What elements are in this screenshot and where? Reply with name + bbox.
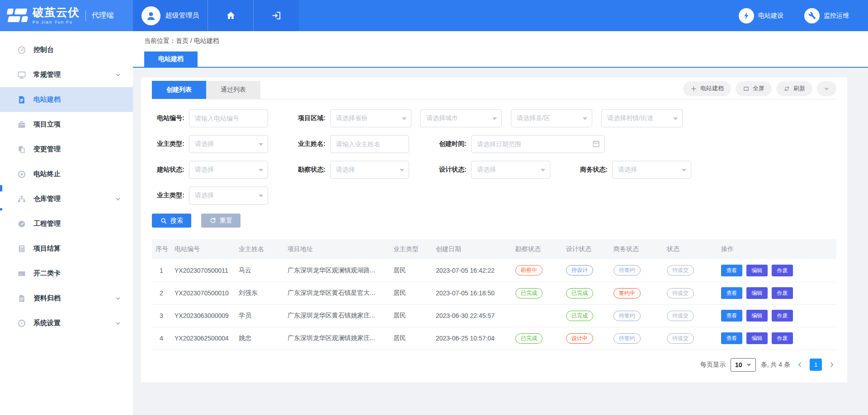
owner-type2-select[interactable]: 请选择 — [189, 187, 268, 205]
sidebar-item-system-settings[interactable]: 系统设置 — [0, 311, 133, 336]
dropdown-arrow-icon — [400, 169, 404, 172]
void-button[interactable]: 作废 — [772, 287, 793, 299]
refresh-button[interactable]: 刷新 — [776, 81, 812, 96]
owner_type-cell: 居民 — [390, 304, 432, 327]
sidebar-scrollbar[interactable] — [0, 185, 2, 191]
button-label: 重置 — [220, 217, 232, 225]
search-button[interactable]: 搜索 — [152, 214, 191, 228]
status-cell: 设计中 — [562, 327, 610, 350]
seq-cell: 4 — [152, 327, 171, 350]
logout-icon — [271, 10, 282, 21]
station-archive-panel: 创建列表 通过列表 电站建档 全屏 — [141, 77, 847, 382]
city-select[interactable]: 请选择城市 — [420, 109, 502, 127]
sidebar-item-label: 工程管理 — [33, 219, 61, 228]
void-button[interactable]: 作废 — [772, 265, 793, 276]
sidebar-item-console[interactable]: 控制台 — [0, 37, 133, 62]
field-label: 业主类型: — [152, 140, 184, 148]
status-badge: 待提交 — [667, 288, 694, 298]
create-time-input[interactable] — [471, 135, 604, 153]
district-select[interactable]: 请选择县/区 — [511, 109, 592, 127]
sidebar-scrollbar[interactable] — [0, 208, 2, 210]
view-button[interactable]: 查看 — [721, 265, 742, 276]
status-cell: 待提交 — [663, 282, 717, 304]
view-button[interactable]: 查看 — [721, 310, 742, 322]
archive-icon — [17, 294, 26, 303]
status-badge: 待设计 — [566, 265, 593, 275]
fullscreen-button[interactable]: 全屏 — [736, 81, 772, 96]
owner-name-input[interactable] — [330, 135, 409, 153]
sidebar-item-change-management[interactable]: 变更管理 — [0, 137, 133, 162]
nav-item-monitoring-ops[interactable]: 监控运维 — [804, 8, 849, 23]
next-page-button[interactable] — [827, 361, 836, 368]
wrench-icon — [804, 8, 820, 23]
status-cell: 已完成 — [562, 282, 610, 304]
search-icon — [160, 217, 167, 224]
sidebar-item-station-archive[interactable]: 电站建档 — [0, 87, 133, 112]
street-select[interactable]: 请选择村镇/街道 — [601, 109, 683, 127]
edit-button[interactable]: 编辑 — [746, 310, 768, 322]
sidebar-item-station-termination[interactable]: 电站终止 — [0, 162, 133, 187]
logout-button[interactable] — [253, 0, 299, 31]
page-total-label: 条, 共 4 条 — [761, 361, 790, 369]
edit-button[interactable]: 编辑 — [746, 332, 768, 344]
field-label: 业主姓名: — [293, 140, 326, 148]
field-label: 电站编号: — [152, 114, 184, 122]
owner-type-select[interactable]: 请选择 — [189, 135, 268, 153]
sidebar-item-project-settlement[interactable]: 项目结算 — [0, 236, 133, 261]
page-size-value: 10 — [735, 361, 742, 368]
tab-create-list[interactable]: 创建列表 — [152, 81, 206, 99]
sidebar-item-general-management[interactable]: 常规管理 — [0, 62, 133, 87]
create-station-button[interactable]: 电站建档 — [683, 81, 731, 96]
status-cell — [512, 304, 562, 327]
station-code-input[interactable] — [189, 109, 268, 127]
status-badge: 已完成 — [566, 288, 593, 298]
column-header: 创建日期 — [432, 239, 512, 259]
edit-button[interactable]: 编辑 — [746, 287, 768, 299]
chevron-right-icon — [828, 361, 835, 368]
prev-page-button[interactable] — [795, 361, 805, 368]
survey-status-select[interactable]: 请选择 — [330, 161, 409, 179]
build-status-select[interactable]: 请选择 — [189, 161, 268, 179]
plus-icon — [690, 85, 697, 92]
logo-text: 破茧云伏 Po Jian Yun Fu — [33, 7, 80, 24]
page-size-select[interactable]: 10 — [731, 358, 756, 372]
owner-cell: 学员 — [235, 304, 284, 327]
user-menu[interactable]: 超级管理员 — [133, 0, 208, 31]
status-cell: 待签约 — [610, 259, 663, 282]
view-button[interactable]: 查看 — [721, 332, 742, 344]
home-button[interactable] — [208, 0, 253, 31]
sidebar-item-label: 电站建档 — [33, 95, 61, 104]
bolt-icon — [739, 8, 754, 23]
owner-cell: 刘强东 — [235, 282, 284, 304]
sidebar-menu: 控制台常规管理电站建档项目立项变更管理电站终止仓库管理工程管理项目结算开二类卡资… — [0, 31, 133, 415]
province-select[interactable]: 请选择省份 — [330, 109, 411, 127]
chevron-down-icon — [823, 85, 830, 92]
view-button[interactable]: 查看 — [721, 287, 742, 299]
owner-cell: 马云 — [235, 259, 284, 282]
sidebar-item-engineering[interactable]: 工程管理 — [0, 211, 133, 236]
breadcrumb-path[interactable]: 首页 / 电站建档 — [176, 37, 219, 45]
address-cell: 广东深圳龙华区黄石镇星官大... — [284, 282, 390, 304]
chevron-left-icon — [796, 361, 804, 368]
void-button[interactable]: 作废 — [772, 310, 793, 322]
void-button[interactable]: 作废 — [772, 332, 793, 344]
sidebar-item-warehouse[interactable]: 仓库管理 — [0, 187, 133, 211]
edit-button[interactable]: 编辑 — [746, 265, 768, 276]
design-status-select[interactable]: 请选择 — [471, 161, 550, 179]
sidebar-item-label: 资料归档 — [33, 294, 61, 303]
sidebar-item-type2-card[interactable]: 开二类卡 — [0, 261, 133, 286]
collapse-filters-button[interactable] — [817, 81, 836, 96]
sidebar-item-data-archive[interactable]: 资料归档 — [0, 286, 133, 311]
page-tab-station-archive[interactable]: 电站建档 — [144, 51, 198, 67]
filter-field: 业主类型:请选择 — [152, 135, 268, 153]
table-header-row: 序号电站编号业主姓名项目地址业主类型创建日期勘察状态设计状态商务状态状态操作 — [152, 239, 836, 259]
sidebar-item-project-initiation[interactable]: 项目立项 — [0, 112, 133, 137]
business-status-select[interactable]: 请选择 — [612, 161, 691, 179]
pagination: 每页显示 10 条, 共 4 条 1 — [152, 358, 836, 372]
field-label: 设计状态: — [434, 166, 467, 174]
reset-button[interactable]: 重置 — [201, 214, 241, 228]
nav-item-station-construction[interactable]: 电站建设 — [739, 8, 783, 23]
tab-passed-list[interactable]: 通过列表 — [206, 81, 260, 99]
sidebar-item-label: 常规管理 — [33, 70, 61, 79]
page-number-current[interactable]: 1 — [810, 359, 822, 371]
